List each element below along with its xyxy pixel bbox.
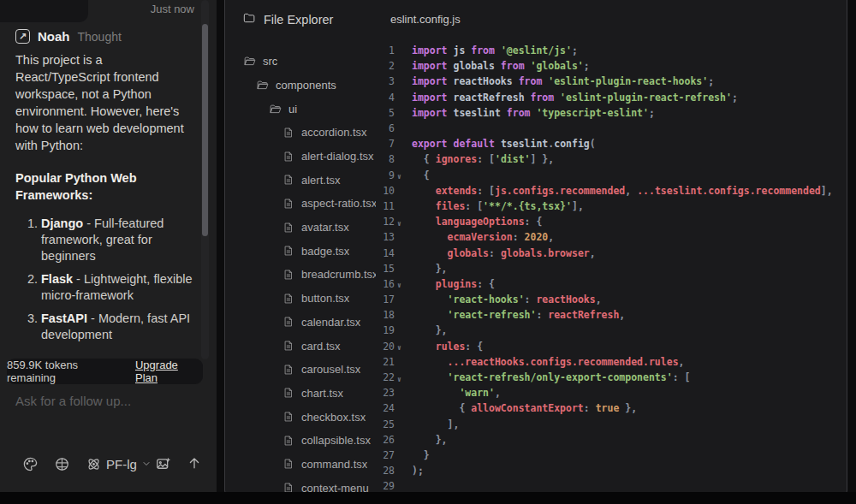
tree-file-badge-tsx[interactable]: badge.tsx [225,239,376,263]
editor-tab[interactable]: eslint.config.js [390,13,461,26]
code-line-11: 11 files: ['**/*.{ts,tsx}'], [376,199,847,214]
code-text: import reactHooks from 'eslint-plugin-re… [410,75,714,87]
globe-icon [54,456,70,472]
file-label: alert-dialog.tsx [301,150,374,163]
model-selector[interactable]: PF-lg [86,453,152,475]
fold-gutter [395,469,410,472]
add-image-button[interactable] [152,454,173,474]
line-number: 13 [376,231,395,243]
line-number: 21 [376,356,395,368]
code-text: ...reactHooks.configs.recommended.rules, [410,356,685,368]
file-icon [282,435,294,447]
folder-label: src [263,55,277,68]
fold-gutter [395,96,410,99]
line-number: 12 [376,216,395,228]
tree-file-alert-tsx[interactable]: alert.tsx [225,168,376,192]
tree-folder-ui[interactable]: ui [225,97,376,121]
code-text: 'react-refresh/only-export-components': … [410,371,690,383]
tokens-remaining-text: 859.9K tokens remaining [7,359,129,384]
code-line-17: 17 'react-hooks': reactHooks, [376,292,847,307]
assistant-message: This project is a React/TypeScript front… [15,51,193,376]
code-line-7: 7export default tseslint.config( [376,136,847,151]
tree-file-carousel-tsx[interactable]: carousel.tsx [225,358,376,382]
code-line-4: 4import reactRefresh from 'eslint-plugin… [376,90,847,105]
fold-marker[interactable]: ∨ [395,278,410,289]
line-number: 5 [376,107,395,119]
tree-file-avatar-tsx[interactable]: avatar.tsx [225,216,376,240]
code-line-12: 12∨ languageOptions: { [376,214,847,229]
code-text: 'react-refresh': reactRefresh, [410,309,625,321]
file-label: carousel.tsx [301,363,360,376]
code-editor[interactable]: 1import js from '@eslint/js';2import glo… [376,43,847,500]
section-title-frameworks: Popular Python Web Frameworks: [15,169,193,204]
model-selector-label: PF-lg [106,457,137,471]
fold-gutter [395,360,410,364]
tree-file-button-tsx[interactable]: button.tsx [225,287,376,311]
send-button[interactable] [184,453,205,473]
code-text: globals: globals.browser, [410,247,596,259]
file-icon [282,364,294,376]
previous-message-bubble [0,0,88,22]
code-line-24: 24 { allowConstantExport: true }, [376,400,847,416]
tree-file-breadcrumb-tsx[interactable]: breadcrumb.tsx [225,263,376,287]
chat-toolbar: PF-lg [0,448,217,479]
code-line-2: 2import globals from 'globals'; [376,58,847,74]
upgrade-plan-link[interactable]: Upgrade Plan [135,359,203,384]
message-timestamp: Just now [151,3,194,15]
line-number: 1 [376,44,395,56]
code-text: languageOptions: { [410,216,542,228]
followup-input[interactable]: Ask for a follow up... [15,394,195,408]
line-number: 11 [376,200,395,212]
framework-name: Django [41,216,83,230]
line-number: 19 [376,324,395,336]
line-number: 2 [376,60,395,72]
file-explorer-header: File Explorer [242,11,333,27]
line-number: 6 [376,122,395,134]
tree-file-aspect-ratio-tsx[interactable]: aspect-ratio.tsx [225,192,376,216]
code-text: import globals from 'globals'; [410,60,590,72]
chat-scrollbar[interactable] [202,24,208,236]
tree-folder-components[interactable]: components [225,73,376,97]
file-icon [282,387,294,399]
atom-icon [86,456,102,472]
fold-marker[interactable]: ∨ [395,169,410,181]
assistant-avatar-icon: ↗ [15,29,30,44]
tree-file-calendar-tsx[interactable]: calendar.tsx [225,311,376,335]
fold-gutter [395,64,410,68]
fold-gutter [395,49,410,52]
code-line-21: 21 ...reactHooks.configs.recommended.rul… [376,354,847,370]
tree-file-collapsible-tsx[interactable]: collapsible.tsx [225,429,376,453]
file-icon [282,174,294,186]
tree-file-command-tsx[interactable]: command.tsx [225,453,376,477]
line-number: 28 [376,465,395,477]
tokens-remaining-toast: 859.9K tokens remaining Upgrade Plan [7,359,203,384]
file-label: avatar.tsx [301,221,349,234]
tree-file-accordion-tsx[interactable]: accordion.tsx [225,121,376,145]
fold-gutter [395,189,410,193]
workbench-header: File Explorer eslint.config.js [225,9,847,32]
tree-file-checkbox-tsx[interactable]: checkbox.tsx [225,405,376,429]
tree-file-alert-dialog-tsx[interactable]: alert-dialog.tsx [225,145,376,169]
tree-file-card-tsx[interactable]: card.tsx [225,334,376,358]
chat-panel: Just now ↗ Noah Thought This project is … [0,0,217,492]
fold-marker[interactable]: ∨ [395,372,410,383]
code-text: export default tseslint.config( [410,138,596,150]
tree-folder-src[interactable]: src [225,49,376,73]
tree-file-chart-tsx[interactable]: chart.tsx [225,382,376,406]
fold-gutter [395,298,410,301]
fold-marker[interactable]: ∨ [395,216,410,228]
web-browse-button[interactable] [51,454,72,474]
theme-palette-button[interactable] [20,454,40,474]
code-line-5: 5import tseslint from 'typescript-eslint… [376,105,847,121]
fold-gutter [395,391,410,394]
file-label: command.tsx [301,458,367,471]
code-line-9: 9∨ { [376,168,847,183]
code-text: { allowConstantExport: true }, [410,402,637,414]
file-label: badge.tsx [301,245,349,258]
thought-label[interactable]: Thought [78,30,122,44]
fold-gutter [395,80,410,83]
line-number: 3 [376,75,395,87]
file-label: breadcrumb.tsx [301,268,376,281]
fold-gutter [395,252,410,255]
fold-marker[interactable]: ∨ [395,341,410,352]
